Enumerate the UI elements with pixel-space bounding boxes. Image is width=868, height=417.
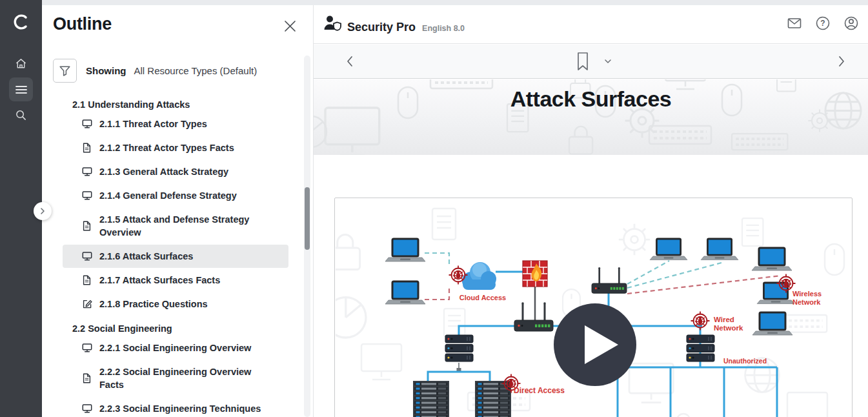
menu-icon [15,85,27,94]
account-button[interactable] [843,15,860,32]
brand-logo[interactable] [0,9,42,35]
monitor-icon [82,343,92,353]
monitor-icon [82,167,92,177]
window-top-strip [42,0,868,5]
filter-button[interactable] [53,59,77,83]
outline-item-label: 2.1.6 Attack Surfaces [99,250,193,263]
account-icon [843,15,859,31]
previous-lesson-button[interactable] [343,54,358,68]
outline-item-label: 2.2.1 Social Engineering Overview [99,341,251,354]
monitor-icon [82,403,92,414]
document-icon [82,143,92,153]
filter-funnel-icon [59,66,70,76]
lesson-navbar [314,45,868,79]
outline-item[interactable]: 2.1.2 Threat Actor Types Facts [63,136,288,159]
outline-section-label[interactable]: 2.2 Social Engineering [72,323,314,334]
edit-icon [82,299,92,309]
bookmark-button[interactable] [575,52,590,71]
label-wireless-network: Wireless Network [792,290,829,307]
firewall [523,261,547,287]
document-icon [82,373,92,383]
outline-item-label: 2.1.5 Attack and Defense Strategy Overvi… [99,213,268,239]
document-icon [82,143,92,153]
threat-bug-icon [691,312,710,331]
brand-c-icon [11,12,32,32]
bookmark-dropdown-button[interactable] [603,56,613,66]
chevron-right-icon [39,207,46,215]
home-button[interactable] [9,52,33,76]
lesson-content: Cloud Access Wireless Network Wired Netw… [314,155,868,417]
monitor-icon [82,343,92,353]
outline-item-label: 2.2.3 Social Engineering Techniques [99,402,261,415]
outline-item-label: 2.1.8 Practice Questions [99,298,208,310]
server-stack [687,335,714,361]
outline-item-label: 2.1.2 Threat Actor Types Facts [99,141,234,154]
security-pro-course-icon [323,14,342,31]
collapse-panel-button[interactable] [34,202,52,220]
outline-item[interactable]: 2.1.6 Attack Surfaces [63,245,288,268]
laptop [752,312,792,335]
label-wired-network: Wired Network [714,316,747,332]
mail-icon [787,15,802,31]
server-rack [413,381,449,417]
svg-text:?: ? [820,19,825,28]
laptop [650,239,687,260]
play-button[interactable] [554,303,636,386]
monitor-icon [82,119,92,129]
outline-menu-button[interactable] [9,77,33,101]
help-button[interactable]: ? [814,15,831,32]
laptop [385,281,425,304]
outline-item[interactable]: 2.1.3 General Attack Strategy [63,160,288,183]
document-icon [82,275,92,285]
server-stack [445,335,473,361]
server-rack [475,381,511,417]
help-icon: ? [815,15,831,31]
outline-item-label: 2.1.3 General Attack Strategy [99,165,228,178]
label-direct-access: Direct Access [514,387,578,395]
video-player[interactable]: Cloud Access Wireless Network Wired Netw… [334,198,853,417]
lesson-title: Attack Surfaces [314,86,868,112]
outline-item[interactable]: 2.1.1 Threat Actor Types [63,112,288,136]
next-lesson-button[interactable] [834,54,848,68]
app-window: Outline Showing All Resource Types (Defa… [0,0,868,417]
outline-item[interactable]: 2.2.2 Social Engineering Overview Facts [63,360,288,396]
monitor-icon [82,403,92,414]
outline-item[interactable]: 2.1.8 Practice Questions [63,292,288,316]
label-cloud-access: Cloud Access [455,294,510,302]
chevron-down-icon [603,56,613,66]
outline-item-label: 2.1.4 General Defense Strategy [99,189,237,202]
outline-item[interactable]: 2.1.4 General Defense Strategy [63,184,288,207]
laptop [752,248,792,270]
document-icon [82,373,92,383]
mail-button[interactable] [786,15,803,32]
wireless-router [592,267,627,293]
outline-title: Outline [53,14,112,34]
outline-item[interactable]: 2.2.3 Social Engineering Techniques [63,397,288,417]
laptop [701,239,738,260]
monitor-icon [82,251,92,261]
outline-item-label: 2.1.1 Threat Actor Types [99,117,207,130]
outline-scrollbar-thumb[interactable] [305,187,310,250]
outline-item[interactable]: 2.1.5 Attack and Defense Strategy Overvi… [63,208,288,244]
main-area: Security Pro English 8.0 ? [314,0,868,417]
search-icon [15,109,27,121]
monitor-icon [82,190,92,201]
outline-item-label: 2.2.2 Social Engineering Overview Facts [99,365,268,391]
outline-item[interactable]: 2.2.1 Social Engineering Overview [63,336,288,360]
outline-section-label[interactable]: 2.1 Understanding Attacks [72,99,314,110]
label-unauthorized: Unauthorized [723,357,782,365]
router [514,302,553,331]
filter-value[interactable]: All Resource Types (Default) [134,65,257,76]
monitor-icon [82,167,92,177]
outline-list: 2.1 Understanding Attacks2.1.1 Threat Ac… [42,92,314,417]
outline-item-label: 2.1.7 Attack Surfaces Facts [99,274,220,287]
outline-panel: Outline Showing All Resource Types (Defa… [42,5,314,417]
close-outline-button[interactable] [282,18,298,34]
monitor-icon [82,190,92,201]
cloud [462,262,496,290]
course-title: Security Pro [347,21,416,34]
outline-item[interactable]: 2.1.7 Attack Surfaces Facts [63,269,288,292]
search-button[interactable] [9,103,33,127]
course-header: Security Pro English 8.0 ? [314,5,868,44]
monitor-icon [82,251,92,261]
